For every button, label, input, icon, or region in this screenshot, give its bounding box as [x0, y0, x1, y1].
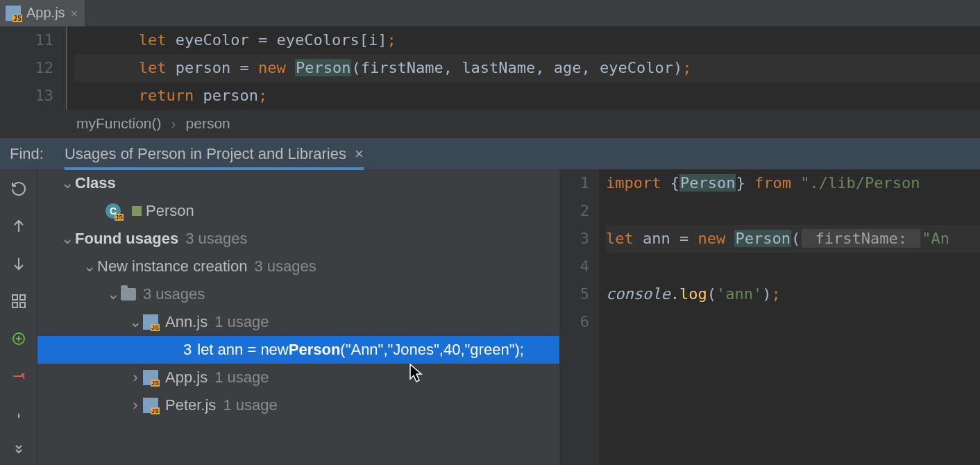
svg-rect-2 [12, 303, 17, 307]
svg-rect-3 [20, 303, 25, 307]
tree-label: Person [146, 202, 194, 220]
line-number: 12 [0, 54, 53, 82]
svg-rect-0 [12, 295, 17, 300]
js-file-icon [143, 370, 158, 385]
js-file-icon [143, 398, 158, 413]
rerun-icon[interactable] [9, 179, 28, 198]
tree-node-class[interactable]: ⌄ Class [37, 169, 559, 197]
code-line[interactable]: import {Person} from "./lib/Person [606, 169, 980, 197]
line-number: 13 [0, 82, 53, 110]
editor-tab[interactable]: App.js × [0, 0, 85, 26]
tree-node-file[interactable]: › Peter.js 1 usage [37, 391, 559, 419]
tree-label: Peter.js [165, 396, 216, 414]
chevron-down-icon[interactable]: ⌄ [60, 230, 75, 248]
usage-count: 3 usages [254, 257, 316, 276]
top-editor: 11 12 13 let eyeColor = eyeColors[i]; le… [0, 26, 980, 110]
line-number: 3 [560, 225, 589, 253]
tree-node-usage-selected[interactable]: 3 let ann = new Person("Ann","Jones",40,… [37, 336, 559, 364]
code-line[interactable]: let eyeColor = eyeColors[i]; [74, 26, 980, 54]
usage-count: 1 usage [214, 313, 269, 331]
chevron-right-icon: › [171, 115, 176, 132]
find-panel-header: Find: Usages of Person in Project and Li… [0, 137, 980, 169]
code-line[interactable] [606, 197, 980, 225]
tree-label: Class [75, 174, 116, 192]
usage-count: 3 usages [185, 230, 247, 248]
close-tab-icon[interactable]: × [71, 6, 78, 20]
chevron-down-icon[interactable]: ⌄ [128, 313, 143, 331]
tree-node-class-item[interactable]: C Person [37, 197, 559, 225]
breadcrumb[interactable]: myFunction() › person [0, 110, 980, 137]
js-file-icon [6, 6, 21, 21]
chevron-down-icon[interactable]: ⌄ [82, 257, 97, 276]
js-file-icon [143, 314, 158, 330]
tree-node-dir[interactable]: ⌄ 3 usages [37, 280, 559, 308]
code-line[interactable] [606, 308, 980, 336]
tree-node-found[interactable]: ⌄ Found usages 3 usages [37, 225, 559, 253]
code-line[interactable]: let person = new Person(firstName, lastN… [74, 54, 980, 82]
breadcrumb-item[interactable]: person [186, 115, 230, 132]
usage-preview-editor[interactable]: 1 2 3 4 5 6 import {Person} from "./lib/… [559, 169, 980, 465]
close-find-tab-icon[interactable]: × [355, 145, 364, 163]
find-toolbar [0, 169, 37, 465]
tree-node-group[interactable]: ⌄ New instance creation 3 usages [37, 253, 559, 280]
svg-rect-1 [20, 295, 25, 300]
chevron-right-icon[interactable]: › [128, 396, 143, 414]
chevron-right-icon[interactable]: › [128, 369, 143, 387]
usage-count: 3 usages [143, 285, 205, 303]
line-number: 4 [560, 253, 589, 280]
read-access-icon [132, 206, 142, 216]
code-line[interactable]: let ann = new Person( firstName: "An [606, 225, 980, 253]
next-occurrence-icon[interactable] [9, 254, 28, 273]
usage-count: 1 usage [214, 369, 269, 387]
usage-count: 1 usage [223, 396, 277, 414]
group-by-icon[interactable] [9, 291, 28, 311]
chevron-down-icon[interactable]: ⌄ [105, 285, 121, 303]
chevron-down-icon[interactable]: ⌄ [60, 174, 75, 192]
tree-label: New instance creation [97, 257, 247, 276]
tree-node-file[interactable]: › App.js 1 usage [37, 364, 559, 391]
parameter-hint: firstName: [802, 229, 920, 248]
code-line[interactable]: console.log('ann'); [606, 280, 980, 308]
find-tab[interactable]: Usages of Person in Project and Librarie… [65, 145, 364, 163]
preview-gutter: 1 2 3 4 5 6 [560, 169, 599, 465]
find-title: Usages of Person in Project and Librarie… [65, 145, 346, 163]
code-line[interactable]: return person; [74, 82, 980, 110]
line-number: 2 [560, 197, 589, 225]
class-icon: C [105, 203, 121, 219]
tab-filename: App.js [26, 5, 65, 21]
tree-label: Ann.js [165, 313, 208, 331]
usage-line-number: 3 [183, 341, 192, 359]
usage-code-post: ("Ann","Jones",40,"green"); [340, 341, 524, 359]
find-usages-panel: ⌄ Class C Person ⌄ Found usages 3 usages… [0, 169, 980, 465]
usage-code-match: Person [289, 341, 341, 359]
pin-icon[interactable] [9, 366, 28, 386]
tree-label: Found usages [75, 230, 178, 248]
prev-occurrence-icon[interactable] [9, 217, 28, 236]
code-area[interactable]: let eyeColor = eyeColors[i]; let person … [66, 26, 980, 110]
usage-code-pre: let ann = new [197, 341, 288, 359]
usages-tree[interactable]: ⌄ Class C Person ⌄ Found usages 3 usages… [37, 169, 559, 465]
preview-code[interactable]: import {Person} from "./lib/Person let a… [599, 169, 980, 465]
gutter: 11 12 13 [0, 26, 66, 110]
line-number: 6 [560, 308, 589, 336]
tab-bar: App.js × [0, 0, 980, 26]
tree-node-file[interactable]: ⌄ Ann.js 1 usage [37, 308, 559, 336]
code-line[interactable] [606, 253, 980, 280]
more-icon[interactable] [9, 441, 28, 461]
find-label: Find: [10, 145, 44, 163]
active-tab-underline [65, 167, 364, 170]
line-number: 1 [560, 169, 589, 197]
line-number: 5 [560, 280, 589, 308]
export-icon[interactable] [9, 329, 28, 348]
line-number: 11 [0, 26, 53, 54]
info-icon[interactable] [9, 404, 28, 423]
tree-label: App.js [165, 369, 208, 387]
folder-icon [121, 288, 136, 301]
breadcrumb-item[interactable]: myFunction() [76, 115, 162, 132]
